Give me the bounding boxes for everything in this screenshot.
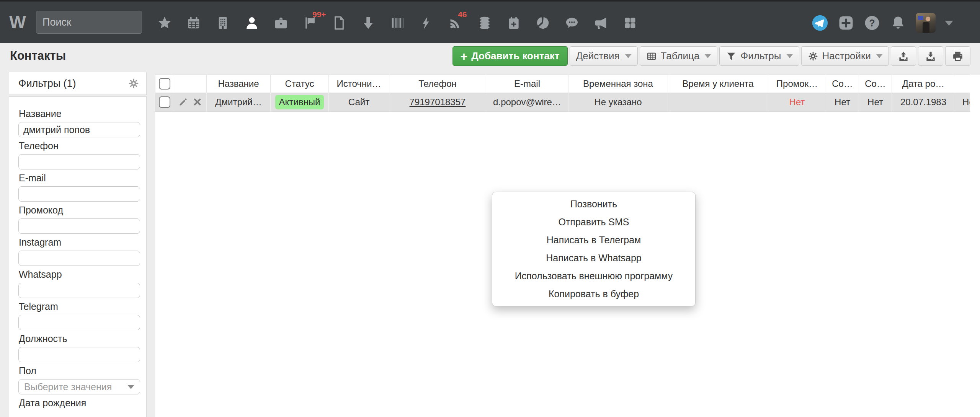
- calendar-icon[interactable]: [185, 15, 202, 31]
- telegram-icon[interactable]: [812, 15, 828, 31]
- table-icon: [646, 51, 657, 62]
- toolbar-dropdown-действия[interactable]: Действия: [570, 46, 638, 66]
- building-icon[interactable]: [214, 15, 231, 31]
- popup-item[interactable]: Позвонить: [492, 195, 695, 213]
- filter-field: Whatsapp: [18, 269, 139, 298]
- star-icon[interactable]: [156, 15, 173, 31]
- caret-down-icon: [127, 385, 134, 389]
- table-cell: 20.07.1983: [892, 93, 955, 112]
- download-button[interactable]: [918, 46, 943, 66]
- notifications-icon[interactable]: [890, 15, 906, 31]
- row-checkbox[interactable]: [159, 96, 170, 108]
- help-icon[interactable]: ?: [864, 15, 880, 31]
- table-cell: Активный: [271, 93, 329, 112]
- pie-chart-icon[interactable]: [534, 15, 551, 31]
- contacts-table: НазваниеСтатусИсточни…ТелефонE-mailВреме…: [155, 75, 970, 112]
- filters-gear-icon[interactable]: [128, 78, 139, 89]
- filter-label: Telegram: [19, 301, 139, 313]
- upload-button[interactable]: [891, 46, 916, 66]
- filters-panel: НазваниеТелефонE-mailПромокодInstagramWh…: [9, 96, 147, 417]
- contacts-icon[interactable]: [243, 15, 260, 31]
- filter-label: E-mail: [19, 173, 139, 184]
- briefcase-icon[interactable]: [273, 15, 289, 31]
- popup-item[interactable]: Копировать в буфер: [492, 285, 695, 303]
- flag-icon[interactable]: 99+: [302, 15, 318, 31]
- filter-input-e-mail[interactable]: [18, 186, 140, 202]
- table-cell: Сайт: [329, 93, 389, 112]
- select-all-checkbox[interactable]: [159, 78, 170, 90]
- megaphone-icon[interactable]: [593, 15, 609, 31]
- table-header-cell: Время у клиента: [668, 75, 768, 93]
- table-header-cell: [174, 75, 207, 93]
- filter-field: Промокод: [18, 205, 139, 234]
- grid-icon[interactable]: [622, 15, 639, 31]
- filter-label: Пол: [19, 365, 139, 377]
- popup-item[interactable]: Написать в Телеграм: [492, 231, 695, 249]
- add-contact-button[interactable]: + Добавить контакт: [452, 46, 568, 66]
- filter-select-пол[interactable]: Выберите значения: [18, 379, 140, 394]
- navbar-right-icons: ?: [812, 2, 953, 44]
- filter-label: Whatsapp: [19, 269, 139, 280]
- filter-input-instagram[interactable]: [18, 251, 140, 266]
- document-icon[interactable]: [331, 15, 348, 31]
- chat-icon[interactable]: [564, 15, 580, 31]
- filter-label: Дата рождения: [19, 397, 139, 409]
- print-button[interactable]: [945, 46, 970, 66]
- app-logo: W: [4, 12, 31, 33]
- bolt-icon[interactable]: [418, 15, 435, 31]
- table-cell: 79197018357: [389, 93, 486, 112]
- search-input[interactable]: [36, 11, 142, 34]
- popup-item[interactable]: Отправить SMS: [492, 213, 695, 231]
- dropdown-label: Фильтры: [740, 50, 781, 62]
- table-cell: Не указано: [568, 93, 668, 112]
- filter-input-название[interactable]: [18, 122, 140, 137]
- filter-field: Дата рождения: [18, 397, 139, 409]
- rss-icon[interactable]: 46: [447, 15, 464, 31]
- filter-field: Instagram: [18, 237, 139, 266]
- toolbar-dropdown-настройки[interactable]: Настройки: [801, 46, 889, 66]
- popup-item[interactable]: Использовать внешнюю программу: [492, 267, 695, 285]
- table-header-cell: Временная зона: [568, 75, 668, 93]
- table-cell: Нет: [955, 93, 970, 112]
- navbar-icons: 99+46: [156, 2, 639, 44]
- filter-input-telegram[interactable]: [18, 315, 140, 330]
- barcode-icon[interactable]: [389, 15, 406, 31]
- table-header-cell: Источни…: [329, 75, 389, 93]
- filter-field: Название: [18, 108, 139, 137]
- filters-panel-header: Фильтры (1): [9, 72, 147, 95]
- filter-input-должность[interactable]: [18, 347, 140, 362]
- filter-field: E-mail: [18, 173, 139, 202]
- table-cell: [155, 93, 174, 112]
- toolbar-dropdown-фильтры[interactable]: Фильтры: [719, 46, 799, 66]
- database-icon[interactable]: [476, 15, 493, 31]
- toolbar-dropdown-таблица[interactable]: Таблица: [640, 46, 718, 66]
- filter-input-промокод[interactable]: [18, 218, 140, 234]
- table-header-cell: [955, 75, 970, 93]
- calendar-plus-icon[interactable]: [505, 15, 522, 31]
- contacts-table-area: НазваниеСтатусИсточни…ТелефонE-mailВреме…: [155, 75, 980, 417]
- popup-item[interactable]: Написать в Whatsapp: [492, 249, 695, 267]
- arrow-down-icon[interactable]: [360, 15, 377, 31]
- row-actions: [178, 97, 203, 107]
- edit-icon[interactable]: [178, 97, 188, 107]
- filter-input-whatsapp[interactable]: [18, 283, 140, 298]
- filter-input-телефон[interactable]: [18, 154, 140, 169]
- filter-field: Telegram: [18, 301, 139, 330]
- dropdown-label: Действия: [576, 50, 620, 62]
- add-icon[interactable]: [838, 15, 854, 31]
- table-cell: d.popov@wire…: [486, 93, 568, 112]
- table-cell: [668, 93, 768, 112]
- funnel-icon: [726, 51, 737, 62]
- delete-icon[interactable]: [192, 97, 203, 107]
- chevron-down-icon[interactable]: [945, 21, 953, 26]
- phone-link[interactable]: 79197018357: [410, 97, 466, 108]
- filters-title: Фильтры (1): [18, 78, 76, 90]
- table-row: Дмитрий…АктивныйСайт79197018357d.popov@w…: [155, 93, 970, 112]
- toolbar: + Добавить контакт ДействияТаблицаФильтр…: [452, 46, 970, 66]
- filter-label: Должность: [19, 333, 139, 345]
- filter-label: Промокод: [19, 205, 139, 216]
- avatar[interactable]: [916, 13, 936, 33]
- table-header-cell: Со…: [859, 75, 892, 93]
- table-header-row: НазваниеСтатусИсточни…ТелефонE-mailВреме…: [155, 75, 970, 93]
- dropdown-label: Таблица: [661, 50, 700, 62]
